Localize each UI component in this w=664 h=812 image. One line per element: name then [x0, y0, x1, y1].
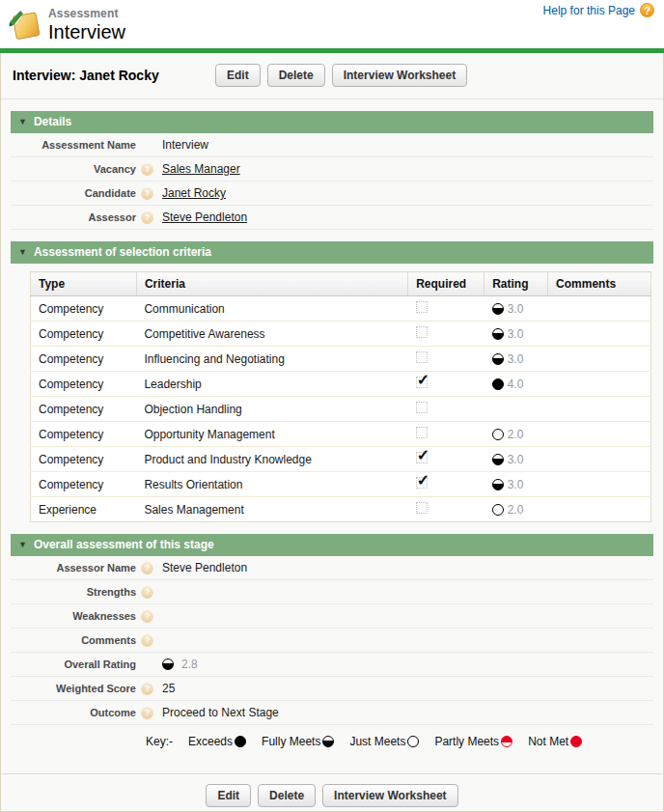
- page-header: Assessment Interview Help for this Page …: [0, 0, 664, 48]
- criteria-row: Experience Sales Management 2.0: [31, 497, 651, 522]
- delete-button[interactable]: Delete: [267, 64, 325, 87]
- cell-criteria: Leadership: [136, 372, 407, 397]
- field-row-weighted-score: Weighted Score 25: [11, 677, 653, 701]
- header-titles: Assessment Interview: [48, 6, 125, 43]
- overall-section-header[interactable]: Overall assessment of this stage: [11, 534, 653, 556]
- field-row-overall-rating: Overall Rating 2.8: [11, 653, 653, 677]
- rating-icon: [492, 378, 504, 390]
- top-button-group: Edit Delete Interview Worksheet: [215, 64, 467, 87]
- field-help-icon[interactable]: [141, 683, 153, 695]
- bottom-button-bar: Edit Delete Interview Worksheet: [1, 773, 663, 812]
- edit-button[interactable]: Edit: [215, 64, 261, 87]
- field-label: Overall Rating: [64, 658, 136, 670]
- field-label: Assessment Name: [42, 139, 136, 151]
- record-title-bar: Interview: Janet Rocky Edit Delete Inter…: [1, 53, 663, 99]
- field-value: 25: [162, 682, 175, 695]
- rating-icon: [492, 454, 504, 465]
- section-title: Overall assessment of this stage: [34, 538, 214, 551]
- key-item-just-meets: Just Meets: [349, 735, 419, 748]
- criteria-row: Competency Communication 3.0: [31, 296, 651, 322]
- rating-value: 3.0: [508, 327, 524, 341]
- rating-icon: [492, 429, 504, 440]
- record-detail: Interview: Janet Rocky Edit Delete Inter…: [0, 53, 664, 812]
- field-label: Assessor Name: [56, 562, 136, 574]
- cell-comments: [548, 497, 651, 522]
- interview-worksheet-button-bottom[interactable]: Interview Worksheet: [322, 784, 457, 807]
- details-section-header[interactable]: Details: [11, 111, 653, 133]
- interview-worksheet-button[interactable]: Interview Worksheet: [332, 64, 467, 87]
- required-checkbox: [416, 427, 428, 438]
- required-checkbox: [416, 402, 428, 413]
- details-section: Details Assessment Name Interview Vacanc…: [11, 111, 653, 230]
- criteria-header-row: Type Criteria Required Rating Comments: [31, 272, 651, 296]
- field-row-assessor-name: Assessor Name Steve Pendleton: [11, 556, 653, 580]
- field-row-assessment-name: Assessment Name Interview: [11, 133, 653, 157]
- overall-rating-value: 2.8: [181, 658, 198, 671]
- cell-comments: [548, 447, 651, 472]
- fully-meets-icon: [322, 736, 334, 747]
- rating-icon: [492, 328, 504, 340]
- field-label: Weaknesses: [72, 610, 136, 622]
- rating-value: 3.0: [508, 453, 524, 466]
- cell-type: Competency: [31, 296, 137, 322]
- field-help-icon[interactable]: [141, 187, 153, 200]
- help-area: Help for this Page ?: [543, 3, 654, 17]
- criteria-table: Type Criteria Required Rating Comments C…: [30, 271, 651, 522]
- field-label: Assessor: [88, 211, 136, 223]
- field-label: Comments: [81, 634, 136, 646]
- field-row-comments: Comments: [11, 629, 653, 653]
- required-checkbox: [416, 502, 428, 514]
- delete-button-bottom[interactable]: Delete: [258, 784, 316, 807]
- help-link[interactable]: Help for this Page: [543, 4, 635, 17]
- edit-button-bottom[interactable]: Edit: [206, 784, 251, 807]
- cell-type: Competency: [31, 322, 137, 347]
- candidate-link[interactable]: Janet Rocky: [162, 186, 226, 200]
- required-checkbox: [416, 452, 428, 463]
- vacancy-link[interactable]: Sales Manager: [162, 162, 240, 176]
- field-row-outcome: Outcome Proceed to Next Stage: [11, 701, 653, 725]
- rating-icon: [492, 479, 504, 490]
- field-value: Interview: [162, 138, 208, 152]
- field-help-icon[interactable]: [141, 634, 153, 647]
- col-header-rating: Rating: [484, 272, 548, 296]
- criteria-row: Competency Objection Handling: [31, 397, 651, 422]
- page-title: Interview: [48, 20, 125, 43]
- field-help-icon[interactable]: [141, 163, 153, 176]
- cell-type: Competency: [31, 422, 137, 447]
- rating-value: 3.0: [508, 302, 524, 316]
- criteria-row: Competency Opportunity Management 2.0: [31, 422, 651, 447]
- col-header-type: Type: [31, 272, 137, 296]
- field-row-assessor: Assessor Steve Pendleton: [11, 206, 653, 230]
- field-help-icon[interactable]: [141, 610, 153, 623]
- collapse-icon[interactable]: [18, 247, 27, 257]
- not-met-icon: [570, 736, 582, 747]
- criteria-row: Competency Leadership 4.0: [31, 372, 651, 397]
- field-label: Vacancy: [94, 163, 136, 175]
- criteria-section-header[interactable]: Assessment of selection criteria: [11, 241, 653, 264]
- collapse-icon[interactable]: [18, 117, 27, 126]
- col-header-comments: Comments: [548, 272, 651, 296]
- criteria-row: Competency Results Orientation 3.0: [31, 472, 651, 497]
- overall-section: Overall assessment of this stage Assesso…: [11, 534, 653, 762]
- criteria-section: Assessment of selection criteria Type Cr…: [11, 241, 653, 522]
- field-label: Weighted Score: [56, 683, 136, 694]
- assessment-page: Assessment Interview Help for this Page …: [0, 0, 664, 812]
- required-checkbox: [416, 477, 428, 489]
- field-help-icon[interactable]: [141, 586, 153, 599]
- rating-key-legend: Key:- Exceeds Fully Meets Just Meets Par…: [11, 725, 653, 762]
- collapse-icon[interactable]: [18, 540, 27, 549]
- assessor-link[interactable]: Steve Pendleton: [162, 210, 247, 224]
- required-checkbox: [416, 326, 428, 338]
- cell-criteria: Sales Management: [136, 497, 407, 522]
- required-checkbox: [416, 351, 428, 363]
- cell-comments: [548, 296, 651, 322]
- help-question-icon[interactable]: ?: [640, 3, 654, 17]
- field-help-icon[interactable]: [141, 562, 153, 574]
- cell-criteria: Influencing and Negotiating: [136, 347, 407, 372]
- cell-criteria: Objection Handling: [136, 397, 407, 422]
- field-help-icon[interactable]: [141, 211, 153, 224]
- cell-criteria: Results Orientation: [136, 472, 407, 497]
- field-help-icon[interactable]: [141, 707, 153, 719]
- field-label: Candidate: [85, 187, 136, 199]
- key-item-not-met: Not Met: [528, 735, 582, 748]
